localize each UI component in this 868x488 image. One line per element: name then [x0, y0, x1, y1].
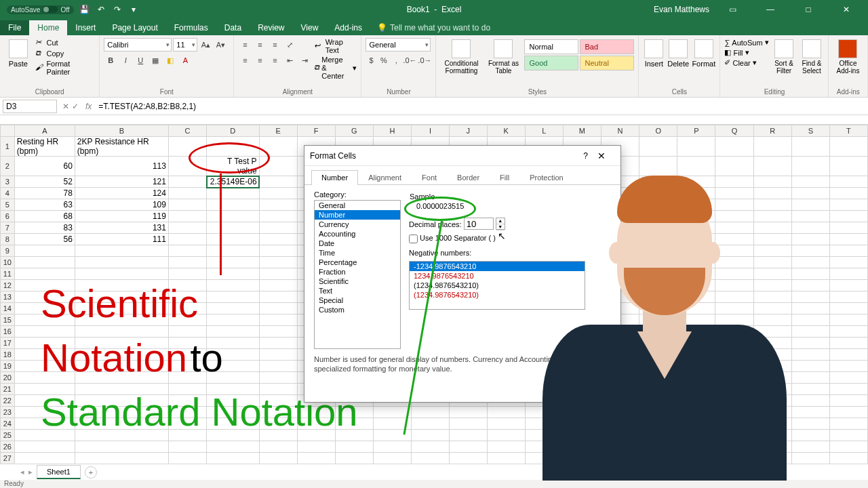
cell-F27[interactable]: [297, 453, 335, 464]
insert-cells-button[interactable]: Insert: [643, 37, 665, 68]
cell-O12[interactable]: [639, 280, 677, 291]
cell-C24[interactable]: [168, 418, 206, 430]
cell-D6[interactable]: [207, 211, 259, 222]
orientation-icon[interactable]: ⤢: [283, 38, 296, 52]
cell-J25[interactable]: [449, 430, 487, 441]
cell-P22[interactable]: [677, 395, 715, 407]
cell-P12[interactable]: [677, 280, 715, 291]
cell-P23[interactable]: [677, 407, 715, 418]
cell-C7[interactable]: [168, 222, 206, 234]
undo-icon[interactable]: ↶: [96, 4, 106, 15]
cell-Q1[interactable]: [715, 137, 753, 157]
comma-format-icon[interactable]: ,: [391, 54, 401, 67]
cell-J26[interactable]: [449, 441, 487, 453]
cell-B25[interactable]: [75, 430, 168, 441]
cell-O11[interactable]: [639, 268, 677, 280]
save-icon[interactable]: 💾: [79, 4, 90, 15]
cell-Q27[interactable]: [715, 453, 753, 464]
wrap-text-button[interactable]: ↩Wrap Text: [314, 38, 357, 54]
cell-R3[interactable]: [753, 176, 791, 188]
cell-N24[interactable]: [601, 418, 639, 430]
cell-P25[interactable]: [677, 430, 715, 441]
cell-I27[interactable]: [411, 453, 449, 464]
category-item[interactable]: Currency: [315, 220, 400, 229]
cell-T7[interactable]: [829, 222, 867, 234]
percent-format-icon[interactable]: %: [378, 54, 389, 67]
tab-formulas[interactable]: Formulas: [166, 20, 216, 35]
cell-T17[interactable]: [829, 338, 867, 349]
enter-formula-icon[interactable]: ✓: [72, 102, 79, 111]
cell-T10[interactable]: [829, 257, 867, 268]
accounting-format-icon[interactable]: $: [366, 54, 376, 67]
cell-C13[interactable]: [168, 291, 206, 303]
cell-T11[interactable]: [829, 268, 867, 280]
cell-H23[interactable]: [373, 407, 411, 418]
cell-P19[interactable]: [677, 361, 715, 372]
cell-O17[interactable]: [639, 338, 677, 349]
cell-R7[interactable]: [753, 222, 791, 234]
cell-E2[interactable]: [259, 157, 297, 176]
sort-filter-button[interactable]: Sort & Filter: [772, 37, 797, 75]
cell-C12[interactable]: [168, 280, 206, 291]
sheet-nav-next-icon[interactable]: ▸: [28, 468, 33, 476]
cell-E19[interactable]: [259, 361, 297, 372]
cell-D18[interactable]: [207, 349, 259, 361]
col-header-R[interactable]: R: [753, 125, 791, 137]
cell-R20[interactable]: [753, 372, 791, 384]
tab-home[interactable]: Home: [29, 20, 67, 35]
user-name[interactable]: Evan Matthews: [654, 5, 709, 14]
cell-J27[interactable]: [449, 453, 487, 464]
cell-S20[interactable]: [791, 372, 829, 384]
merge-center-button[interactable]: ⧉Merge & Center ▾: [314, 56, 357, 80]
col-header-P[interactable]: P: [677, 125, 715, 137]
cell-A14[interactable]: [14, 303, 75, 314]
col-header-D[interactable]: D: [207, 125, 259, 137]
cell-S10[interactable]: [791, 257, 829, 268]
cell-N26[interactable]: [601, 441, 639, 453]
cell-S3[interactable]: [791, 176, 829, 188]
cell-E8[interactable]: [259, 234, 297, 245]
dialog-close-icon[interactable]: ✕: [588, 150, 615, 161]
cell-A5[interactable]: 63: [14, 199, 75, 211]
cell-S12[interactable]: [791, 280, 829, 291]
cell-D22[interactable]: [207, 395, 259, 407]
cell-S27[interactable]: [791, 453, 829, 464]
paste-button[interactable]: Paste: [4, 37, 33, 68]
cell-F25[interactable]: [297, 430, 335, 441]
cell-S13[interactable]: [791, 291, 829, 303]
cell-Q18[interactable]: [715, 349, 753, 361]
cell-P10[interactable]: [677, 257, 715, 268]
qat-customize-icon[interactable]: ▾: [128, 4, 139, 15]
dlg-tab-border[interactable]: Border: [447, 170, 490, 184]
cell-Q6[interactable]: [715, 211, 753, 222]
cell-C21[interactable]: [168, 384, 206, 395]
ribbon-options-icon[interactable]: ▭: [717, 0, 747, 19]
thousands-separator-checkbox[interactable]: [409, 235, 418, 243]
cell-P26[interactable]: [677, 441, 715, 453]
cell-G24[interactable]: [335, 418, 373, 430]
cell-K25[interactable]: [487, 430, 525, 441]
row-header-27[interactable]: 27: [1, 453, 15, 464]
cell-C16[interactable]: [168, 326, 206, 338]
category-item[interactable]: Fraction: [315, 267, 400, 277]
cell-D23[interactable]: [207, 407, 259, 418]
cell-P6[interactable]: [677, 211, 715, 222]
dlg-tab-protection[interactable]: Protection: [519, 170, 574, 184]
cell-A12[interactable]: [14, 280, 75, 291]
format-cells-button[interactable]: Format: [692, 37, 715, 68]
cell-S24[interactable]: [791, 418, 829, 430]
cell-S15[interactable]: [791, 314, 829, 326]
cell-H26[interactable]: [373, 441, 411, 453]
cell-T6[interactable]: [829, 211, 867, 222]
col-header-N[interactable]: N: [601, 125, 639, 137]
cell-A9[interactable]: [14, 245, 75, 257]
cell-R16[interactable]: [753, 326, 791, 338]
cell-R21[interactable]: [753, 384, 791, 395]
cell-R19[interactable]: [753, 361, 791, 372]
cell-B23[interactable]: [75, 407, 168, 418]
category-item[interactable]: Number: [315, 210, 400, 220]
cell-R25[interactable]: [753, 430, 791, 441]
cell-E1[interactable]: [259, 137, 297, 157]
cell-M27[interactable]: [563, 453, 601, 464]
cell-style-normal[interactable]: Normal: [524, 39, 578, 54]
